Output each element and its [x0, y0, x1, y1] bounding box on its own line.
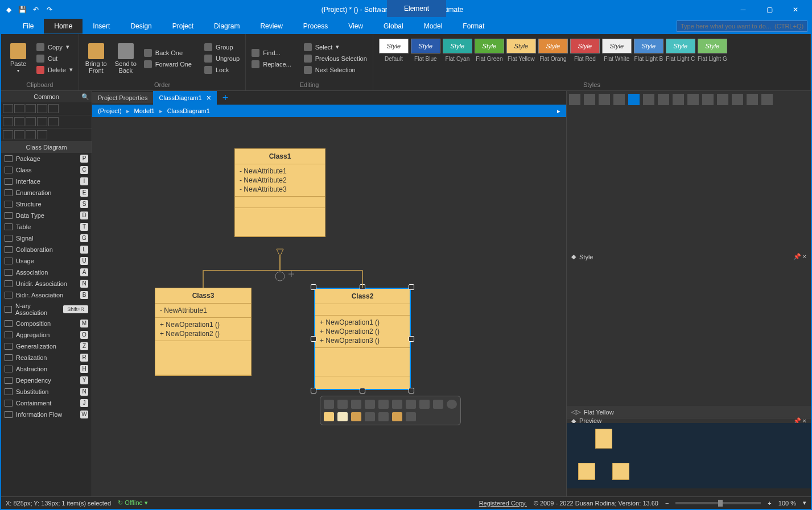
element-bidir-association[interactable]: Bidir. AssociationB: [1, 289, 92, 301]
rect-tool[interactable]: [37, 104, 47, 113]
rt-6[interactable]: [643, 94, 654, 105]
zoom-out-icon[interactable]: −: [665, 500, 669, 507]
ctx-device-icon[interactable]: [433, 400, 443, 409]
rt-10[interactable]: [702, 94, 714, 105]
zoom-in-icon[interactable]: +: [768, 500, 771, 507]
class3-box[interactable]: Class3 - NewAttribute1 + NewOperation1 (…: [155, 288, 252, 376]
handle-ml[interactable]: [311, 336, 316, 342]
search-input[interactable]: [677, 20, 807, 32]
element-class[interactable]: ClassC: [1, 164, 92, 176]
maximize-icon[interactable]: ▢: [756, 1, 782, 18]
pin-icon[interactable]: 📌 ×: [793, 253, 806, 260]
style-flat-green[interactable]: Style: [475, 39, 504, 53]
tab-diagram[interactable]: Diagram: [204, 19, 250, 34]
tab-view[interactable]: View: [338, 19, 373, 34]
element-structure[interactable]: StructureS: [1, 198, 92, 210]
element-data-type[interactable]: Data TypeD: [1, 210, 92, 221]
align-icon[interactable]: [365, 412, 375, 421]
style-flat-red[interactable]: Style: [570, 39, 600, 53]
class2-box[interactable]: Class2 + NewOperation1 ()+ NewOperation2…: [314, 288, 411, 390]
handle-br[interactable]: [409, 388, 414, 393]
context-tab-element[interactable]: Element: [387, 0, 446, 17]
cut-button[interactable]: Cut: [34, 54, 75, 63]
handle-bl[interactable]: [311, 388, 316, 393]
grid-tool[interactable]: [37, 130, 47, 139]
folder-icon[interactable]: [392, 412, 402, 421]
fill-icon[interactable]: [378, 412, 389, 421]
color1-icon[interactable]: [324, 412, 334, 421]
element-n-ary-association[interactable]: N-ary AssociationShift+R: [1, 301, 92, 318]
ctx-copy-icon[interactable]: [406, 400, 416, 409]
style-flat-light-c[interactable]: Style: [666, 39, 695, 53]
frame-tool[interactable]: [3, 130, 13, 139]
element-abstraction[interactable]: AbstractionH: [1, 363, 92, 375]
element-table[interactable]: TableT: [1, 221, 92, 233]
style-flat-cyan[interactable]: Style: [443, 39, 472, 53]
redo-icon[interactable]: ↷: [44, 5, 55, 15]
rt-11[interactable]: [717, 94, 728, 105]
style-flat-yellow[interactable]: Style: [506, 39, 536, 53]
group-button[interactable]: Group: [202, 43, 242, 52]
rt-13[interactable]: [747, 94, 758, 105]
element-usage[interactable]: UsageU: [1, 255, 92, 267]
element-collaboration[interactable]: CollaborationL: [1, 244, 92, 255]
tab-file[interactable]: File: [13, 19, 44, 34]
find-button[interactable]: Find...: [249, 48, 294, 57]
back-one-button[interactable]: Back One: [142, 48, 194, 57]
paste-button[interactable]: Paste▾: [5, 36, 32, 80]
status-offline[interactable]: ↻ Offline ▾: [118, 499, 148, 507]
tab-classdiagram1[interactable]: ClassDiagram1×: [153, 91, 216, 105]
element-substitution[interactable]: SubstitutionN: [1, 386, 92, 397]
ctx-flag-icon[interactable]: [365, 400, 375, 409]
tab-process[interactable]: Process: [293, 19, 338, 34]
hand-tool[interactable]: [14, 104, 24, 113]
bc-project[interactable]: (Project): [98, 107, 122, 114]
style-flat-light-g[interactable]: Style: [698, 39, 727, 53]
rt-9[interactable]: [687, 94, 699, 105]
replace-button[interactable]: Replace...: [249, 60, 294, 69]
style-flat-light-b[interactable]: Style: [634, 39, 663, 53]
ctx-circle-icon[interactable]: [447, 400, 457, 409]
send-back-button[interactable]: Send to Back: [112, 36, 139, 80]
registered-link[interactable]: Registered Copy.: [479, 500, 527, 507]
bring-front-button[interactable]: Bring to Front: [83, 36, 110, 80]
canvas[interactable]: Class1 - NewAttribute1- NewAttribute2- N…: [92, 117, 566, 496]
ctx-img-icon[interactable]: [378, 400, 389, 409]
style-flat-blue[interactable]: Style: [411, 39, 440, 53]
handle-tm[interactable]: [360, 284, 365, 290]
select-button[interactable]: Select ▾: [302, 43, 369, 52]
ctx-grid-icon[interactable]: [392, 400, 402, 409]
rt-8[interactable]: [673, 94, 684, 105]
connector-tool[interactable]: [37, 117, 47, 126]
lock-button[interactable]: Lock: [202, 65, 242, 74]
zoom-dropdown-icon[interactable]: ▾: [803, 499, 806, 507]
tab-global[interactable]: Global: [373, 19, 414, 34]
bc-arrow-icon[interactable]: ▸: [557, 107, 560, 115]
rt-12[interactable]: [732, 94, 743, 105]
pan-tool[interactable]: [48, 104, 59, 113]
tab-model[interactable]: Model: [414, 19, 453, 34]
tab-project[interactable]: Project: [162, 19, 204, 34]
bc-diagram[interactable]: ClassDiagram1: [167, 107, 210, 114]
bc-model[interactable]: Model1: [134, 107, 155, 114]
style-default[interactable]: Style: [379, 39, 409, 53]
note-tool[interactable]: [48, 117, 59, 126]
style-flat-orang[interactable]: Style: [538, 39, 568, 53]
rt-2[interactable]: [584, 94, 595, 105]
minimize-icon[interactable]: ─: [730, 1, 756, 18]
element-information-flow[interactable]: Information FlowW: [1, 409, 92, 420]
element-unidir-association[interactable]: Unidir. AssociationN: [1, 278, 92, 289]
copy-button[interactable]: Copy ▾: [34, 43, 75, 52]
element-aggregation[interactable]: AggregationO: [1, 329, 92, 341]
next-sel-button[interactable]: Next Selection: [302, 65, 369, 74]
element-package[interactable]: PackageP: [1, 153, 92, 164]
rt-5[interactable]: [628, 94, 640, 105]
container-tool[interactable]: [14, 130, 24, 139]
rt-3[interactable]: [599, 94, 610, 105]
ctx-screen-icon[interactable]: [419, 400, 430, 409]
zoom-tool[interactable]: [26, 104, 36, 113]
table-tool[interactable]: [26, 130, 36, 139]
undo-icon[interactable]: ↶: [31, 5, 41, 15]
class1-box[interactable]: Class1 - NewAttribute1- NewAttribute2- N…: [234, 148, 325, 237]
search-icon[interactable]: 🔍: [81, 93, 89, 101]
